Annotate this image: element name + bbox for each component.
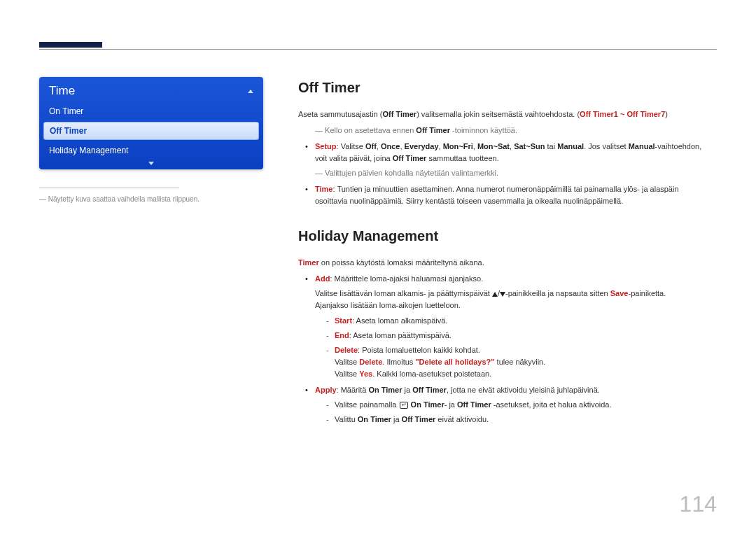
bold-text: Off Timer <box>416 126 450 134</box>
apply-d2: Valittu On Timer ja Off Timer eivät akti… <box>335 414 710 426</box>
osd-item-on-timer[interactable]: On Timer <box>39 102 263 120</box>
text: tai <box>545 142 557 150</box>
text: ja <box>402 386 413 394</box>
sub-start: Start: Aseta loman alkamispäivä. <box>335 315 710 327</box>
left-footnote: Näytetty kuva saattaa vaihdella mallista… <box>39 195 263 203</box>
bold-text: On Timer <box>411 400 444 409</box>
apply-d1: Valitse painamalla On Timer- ja Off Time… <box>335 399 710 411</box>
osd-title-row: Time <box>39 77 263 102</box>
opt-satsun: Sat~Sun <box>514 142 545 150</box>
text: Aseta sammutusajastin ( <box>298 110 382 118</box>
header-rule <box>39 49 717 50</box>
bold-text: On Timer <box>358 415 391 423</box>
text: -asetukset, joita et halua aktivoida. <box>491 400 612 409</box>
text: Kello on asetettava ennen <box>325 126 416 134</box>
red-text: Off Timer1 ~ Off Timer7 <box>580 110 665 118</box>
text: Valittu <box>335 415 358 423</box>
text: ) valitsemalla jokin seitsemästä vaihtoe… <box>416 110 580 118</box>
opt-manual2: Manual <box>629 142 655 150</box>
text: -toiminnon käyttöä. <box>450 126 517 134</box>
holiday-apply: Apply: Määritä On Timer ja Off Timer, jo… <box>308 384 710 426</box>
left-divider <box>39 188 179 188</box>
text: Valitse <box>335 370 359 378</box>
sub-delete: Delete: Poista lomaluettelon kaikki kohd… <box>335 344 710 380</box>
header-accent-bar <box>39 42 102 48</box>
sub-end: End: Aseta loman päättymispäivä. <box>335 330 710 342</box>
text: : Poista lomaluettelon kaikki kohdat. <box>358 346 480 354</box>
opt-monsat: Mon~Sat <box>477 142 510 150</box>
label-start: Start <box>335 316 352 325</box>
label-time: Time <box>315 185 332 193</box>
text: : Määritä <box>337 386 369 394</box>
triangle-down-icon <box>148 162 154 165</box>
triangle-down-icon <box>500 292 505 297</box>
bold-text: On Timer <box>368 386 402 394</box>
red-text: Yes <box>359 370 372 378</box>
label-apply: Apply <box>315 386 337 394</box>
triangle-up-icon <box>492 292 498 297</box>
offtimer-list: Setup: Valitse Off, Once, Everyday, Mon~… <box>298 141 710 207</box>
text: : Määrittele loma-ajaksi haluamasi ajanj… <box>330 274 483 283</box>
apply-sublist: Valitse painamalla On Timer- ja Off Time… <box>315 399 710 426</box>
opt-once: Once <box>381 142 400 150</box>
red-text: Timer <box>298 258 319 267</box>
osd-footer <box>39 160 263 169</box>
opt-monfri: Mon~Fri <box>443 142 473 150</box>
offtimer-intro: Aseta sammutusajastin (Off Timer) valits… <box>298 108 710 120</box>
text: on poissa käytöstä lomaksi määriteltynä … <box>319 258 484 267</box>
opt-manual: Manual <box>557 142 584 150</box>
add-line1: Valitse lisättävän loman alkamis- ja pää… <box>315 288 710 300</box>
osd-menu: Time On Timer Off Timer Holiday Manageme… <box>39 77 263 169</box>
add-line2: Ajanjakso lisätään loma-aikojen luettelo… <box>315 300 710 311</box>
text: ja <box>391 415 402 423</box>
bold-text: Off Timer <box>382 110 416 118</box>
text: , jotta ne eivät aktivoidu yleisinä juhl… <box>447 386 600 394</box>
osd-item-off-timer[interactable]: Off Timer <box>43 122 259 140</box>
red-text: "Delete all holidays?" <box>415 358 494 366</box>
holiday-intro: Timer on poissa käytöstä lomaksi määrite… <box>298 257 710 269</box>
bold-text: Off Timer <box>457 400 491 409</box>
text: : Tuntien ja minuuttien asettaminen. Ann… <box>315 185 679 205</box>
osd-title: Time <box>49 84 75 98</box>
bold-text: Off Timer <box>402 415 436 423</box>
left-column: Time On Timer Off Timer Holiday Manageme… <box>39 77 263 430</box>
right-column: Off Timer Aseta sammutusajastin (Off Tim… <box>298 77 717 430</box>
red-text: Save <box>610 289 629 297</box>
heading-off-timer: Off Timer <box>298 77 710 99</box>
offtimer-time: Time: Tuntien ja minuuttien asettaminen.… <box>308 183 710 207</box>
text: Valitse <box>335 358 359 366</box>
red-text: Delete <box>359 358 382 366</box>
delete-line1: Valitse Delete. Ilmoitus "Delete all hol… <box>335 356 710 368</box>
text: eivät aktivoidu. <box>435 415 489 423</box>
text: Valitse lisättävän loman alkamis- ja pää… <box>315 289 492 297</box>
holiday-list: Add: Määrittele loma-ajaksi haluamasi aj… <box>298 273 710 426</box>
delete-line2: Valitse Yes. Kaikki loma-asetukset poist… <box>335 368 710 380</box>
triangle-up-icon <box>248 90 253 93</box>
text: : Valitse <box>337 142 365 150</box>
text: Valitse painamalla <box>335 400 399 409</box>
content-row: Time On Timer Off Timer Holiday Manageme… <box>39 42 717 430</box>
text: sammuttaa tuotteen. <box>426 154 498 162</box>
holiday-add: Add: Määrittele loma-ajaksi haluamasi aj… <box>308 273 710 379</box>
offtimer-setup: Setup: Valitse Off, Once, Everyday, Mon~… <box>308 141 710 179</box>
text: tulee näkyviin. <box>495 358 546 366</box>
heading-holiday-management: Holiday Management <box>298 225 710 247</box>
page-number: 114 <box>680 491 717 517</box>
bold-text: Off Timer <box>393 154 427 162</box>
setup-subnote: Valittujen päivien kohdalla näytetään va… <box>315 167 710 179</box>
text: -painikkeilla ja napsauta sitten <box>505 289 610 297</box>
page-root: Time On Timer Off Timer Holiday Manageme… <box>0 0 756 534</box>
text: - ja <box>444 400 457 409</box>
opt-everyday: Everyday <box>405 142 439 150</box>
text: : Aseta loman päättymispäivä. <box>349 331 451 339</box>
text: . Kaikki loma-asetukset poistetaan. <box>372 370 491 378</box>
enter-icon <box>400 402 408 409</box>
label-delete: Delete <box>335 346 358 354</box>
text: ) <box>665 110 668 118</box>
offtimer-note: Kello on asetettava ennen Off Timer -toi… <box>298 125 710 136</box>
add-sublist: Start: Aseta loman alkamispäivä. End: As… <box>315 315 710 380</box>
text: . Jos valitset <box>584 142 629 150</box>
label-setup: Setup <box>315 142 337 150</box>
osd-item-holiday-management[interactable]: Holiday Management <box>39 141 263 160</box>
text: . Ilmoitus <box>382 358 415 366</box>
